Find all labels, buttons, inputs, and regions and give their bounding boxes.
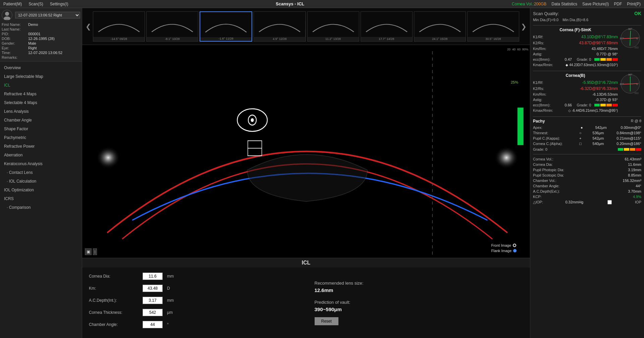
km-row: Km: D bbox=[89, 285, 298, 292]
thumb-item-0[interactable]: -14.5° 09/28 bbox=[93, 11, 145, 42]
nav-large-selectable-map[interactable]: Large Selectable Map bbox=[0, 72, 82, 81]
thumb-img-4 bbox=[308, 12, 359, 37]
nav-chamber-angle[interactable]: Chamber Angle bbox=[0, 116, 82, 125]
cornea-b-k2-val: -6.32D@93°/6.33mm bbox=[580, 86, 618, 91]
pachy-apex-row: Apex: ● 542μm 0.00mm@0° bbox=[533, 125, 641, 130]
nav-overview[interactable]: Overview bbox=[0, 63, 82, 72]
nav-pachymetric[interactable]: Pachymetric bbox=[0, 133, 82, 142]
reset-button[interactable]: Reset bbox=[315, 317, 338, 325]
thumb-item-4[interactable]: 11.2° 13/28 bbox=[307, 11, 359, 42]
nav-selectable-4-maps[interactable]: Selectable 4 Maps bbox=[0, 98, 82, 107]
stats-chamber-angle-val: 44° bbox=[636, 184, 641, 188]
cornea-f-km-val: 43.48D/7.76mm bbox=[592, 47, 618, 51]
svg-rect-4 bbox=[200, 12, 252, 37]
svg-point-17 bbox=[251, 118, 254, 122]
dob-value: 12-26-1995 (28) bbox=[28, 37, 55, 41]
thumb-item-2[interactable]: -1.6° 11/28 bbox=[200, 11, 252, 42]
storage-info: Cornea Vol.:200GB bbox=[512, 2, 546, 6]
stats-cornea-dia-val: 11.6mm bbox=[628, 162, 641, 166]
nav-aberration[interactable]: Aberration bbox=[0, 151, 82, 159]
menu-settings[interactable]: Settings(I) bbox=[50, 2, 68, 6]
min-dia-b: Min Dia.(B)=8.6 bbox=[562, 18, 588, 22]
scale-80: 80% bbox=[522, 48, 528, 51]
pdf-btn[interactable]: PDF bbox=[614, 2, 622, 6]
nav-comparison[interactable]: · Comparison bbox=[0, 203, 82, 212]
chamber-angle-input[interactable] bbox=[143, 321, 163, 328]
cornea-dia-row: Cornea Dia: mm bbox=[89, 273, 298, 280]
vault-value: 390~590μm bbox=[315, 306, 342, 312]
chamber-vol-val: 156.32mm³ bbox=[623, 179, 641, 183]
nav-icrs[interactable]: ICRS bbox=[0, 194, 82, 203]
cornea-f-km-label: Km/Rm: bbox=[533, 47, 563, 51]
thumb-item-7[interactable]: 30.5° 16/28 bbox=[467, 11, 519, 42]
front-image-legend: Front Image bbox=[491, 243, 517, 247]
thumb-item-1[interactable]: -8.1° 10/28 bbox=[146, 11, 198, 42]
thumb-img-3 bbox=[254, 12, 305, 37]
km-input[interactable] bbox=[143, 285, 163, 292]
scan-controls: ▣ | bbox=[85, 248, 97, 255]
grade-seg-y2 bbox=[600, 104, 606, 106]
pachy-r-theta: R @ θ bbox=[631, 119, 641, 124]
compass-b: 90° 180° 0° .022 bbox=[620, 73, 641, 96]
scan-view: 25% 20 40 60 80% Front Image Flank Image bbox=[82, 45, 530, 338]
stat-cornea-vol: Cornea Vol.: 61.43mm³ bbox=[533, 156, 641, 162]
cornea-f-k1-label: K1/Rf: bbox=[533, 35, 563, 39]
menu-scan[interactable]: Scan(S) bbox=[29, 2, 43, 6]
cornea-f-km-row: Km/Rm: 43.48D/7.76mm bbox=[533, 46, 618, 51]
pupil-scoto-label: Pupil Scotopic Dia: bbox=[533, 173, 564, 177]
cornea-b-astig-row: Astig: -0.37D @ 93° bbox=[533, 97, 618, 102]
svg-text:.022: .022 bbox=[634, 92, 639, 94]
nav-refractive-4-maps[interactable]: Refractive 4 Maps bbox=[0, 90, 82, 98]
thumb-nav-right[interactable]: ❯ bbox=[519, 22, 528, 31]
cornea-b-grade-bar bbox=[594, 104, 618, 106]
nav-iol-optimization[interactable]: IOL Optimization bbox=[0, 186, 82, 194]
nav-shape-factor[interactable]: Shape Factor bbox=[0, 125, 82, 133]
iop-checkbox[interactable] bbox=[607, 200, 612, 204]
icl-data-section: Cornea Dia: mm Km: D A.C.Depth(Int.): mm bbox=[82, 268, 530, 338]
menu-patient[interactable]: Patient(M) bbox=[3, 2, 22, 6]
nav-keratoconus[interactable]: Keratoconus Analysis bbox=[0, 159, 82, 168]
patient-id-select[interactable]: 12-07-2020 13:06:52 Right bbox=[15, 12, 80, 18]
thumb-item-5[interactable]: 17.7° 14/28 bbox=[361, 11, 413, 42]
stat-chamber-angle: Chamber Angle: 44° bbox=[533, 183, 641, 189]
stats-ac-depth-label: A.C.Depth(Ext.): bbox=[533, 189, 560, 193]
scan-square-btn[interactable]: ▣ bbox=[85, 248, 92, 255]
thumb-nav-left[interactable]: ❮ bbox=[84, 22, 93, 31]
nav-icl[interactable]: ICL bbox=[0, 81, 82, 90]
cornea-b-grade: Grade: 0 bbox=[577, 103, 591, 107]
chamber-vol-label: Chamber Vol.: bbox=[533, 179, 556, 183]
cornea-f-k2-label: K2/Rs: bbox=[533, 41, 563, 45]
cornea-b-km-label: Km/Rm: bbox=[533, 92, 563, 96]
nav-iol-calculation[interactable]: · IOL Calculation bbox=[0, 177, 82, 186]
app-title: Scansys - ICL bbox=[75, 1, 505, 6]
print-btn[interactable]: Print(P) bbox=[627, 2, 641, 6]
cornea-f-astig-val: 0.77D @ 98° bbox=[597, 52, 618, 56]
svg-line-28 bbox=[630, 38, 630, 46]
nav-contact-lens[interactable]: · Contact Lens bbox=[0, 168, 82, 177]
pachy-pupil-c-pos: 0.21mm@115° bbox=[616, 136, 641, 140]
scan-line-btn[interactable]: | bbox=[93, 248, 97, 255]
iop-checkbox-label: IOP bbox=[635, 200, 641, 204]
compass-b-svg: 90° 180° 0° .022 bbox=[620, 73, 641, 95]
right-panel: Scan Quality: OK Min Dia.(F)=9.0 Min Dia… bbox=[530, 8, 644, 338]
cornea-f-astig-label: Astig: bbox=[533, 52, 563, 56]
thumb-item-3[interactable]: 4.9° 12/28 bbox=[254, 11, 306, 42]
cornea-b-k2-row: K2/Rs: -6.32D@93°/6.33mm bbox=[533, 86, 618, 92]
cornea-f-k1-val: 43.10D@8°/7.83mm bbox=[581, 35, 618, 39]
pachy-cornea-c-icon: □ bbox=[579, 142, 582, 146]
kcp-val: 4.9% bbox=[633, 195, 641, 199]
svg-rect-20 bbox=[518, 107, 524, 145]
nav-refractive-power[interactable]: Refractive Power bbox=[0, 142, 82, 151]
nav-lens-analysis[interactable]: Lens Analysis bbox=[0, 107, 82, 116]
cornea-dia-input[interactable] bbox=[143, 273, 163, 280]
save-picture-btn[interactable]: Save Picture(I) bbox=[582, 2, 609, 6]
data-statistics-btn[interactable]: Data Statistics bbox=[551, 2, 577, 6]
front-image-label: Front Image bbox=[491, 243, 511, 247]
ac-depth-input[interactable] bbox=[143, 297, 163, 304]
thumb-item-6[interactable]: 24.1° 15/28 bbox=[414, 11, 466, 42]
pachy-grade-row: Grade: 0 bbox=[533, 147, 641, 151]
divider-3 bbox=[533, 116, 641, 117]
stat-pupil-scoto: Pupil Scotopic Dia: 8.85mm bbox=[533, 173, 641, 178]
pachy-cornea-c-label: Cornea C.(Alpha): bbox=[533, 142, 570, 146]
cornea-thickness-input[interactable] bbox=[143, 309, 163, 316]
